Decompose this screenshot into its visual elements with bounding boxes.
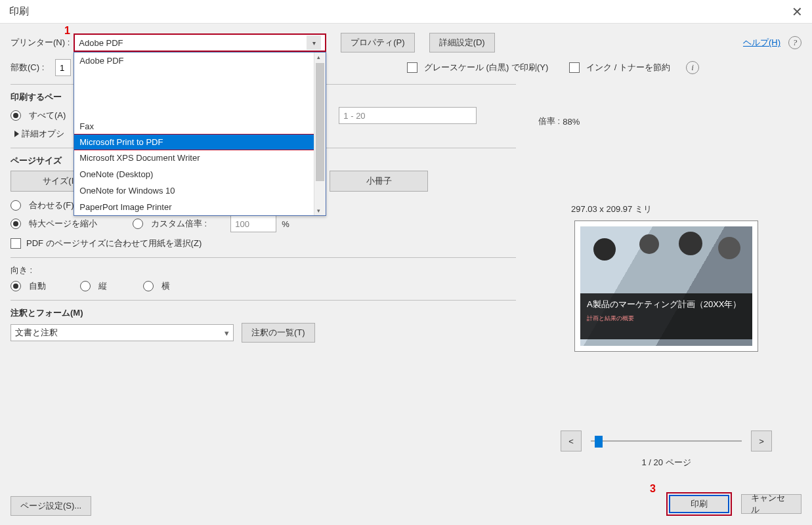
grayscale-checkbox[interactable] (407, 62, 417, 73)
shrink-label: 特大ページを縮小 (29, 218, 127, 230)
auto-label: 自動 (29, 280, 75, 292)
printer-option[interactable] (74, 102, 326, 118)
scale-label: 倍率 : (538, 116, 560, 127)
annotation-1: 1 (64, 25, 70, 37)
close-icon[interactable]: ✕ (792, 4, 803, 20)
portrait-label: 縦 (98, 280, 138, 292)
dimensions: 297.03 x 209.97 ミリ (571, 203, 794, 215)
printer-label: プリンター(N) : (11, 37, 70, 49)
page-info: 1 / 20 ページ (538, 457, 794, 469)
fit-radio[interactable] (11, 200, 21, 211)
copies-label: 部数(C) : (11, 62, 51, 74)
percent-label: % (282, 219, 289, 229)
custom-radio[interactable] (133, 219, 143, 229)
landscape-label: 横 (161, 280, 170, 292)
more-options[interactable]: 詳細オプシ (22, 128, 64, 140)
comments-value: 文書と注釈 (15, 327, 58, 339)
all-radio[interactable] (11, 110, 21, 121)
properties-button[interactable]: プロパティ(P) (341, 33, 414, 52)
cancel-button[interactable]: キャンセル (741, 494, 801, 514)
copies-input[interactable] (55, 59, 71, 76)
printer-option[interactable]: Fax (74, 118, 326, 135)
comments-heading: 注釈とフォーム(M) (11, 307, 516, 319)
landscape-radio[interactable] (143, 281, 154, 291)
printer-option[interactable]: Microsoft XPS Document Writer (74, 150, 326, 166)
next-page-button[interactable]: > (751, 430, 772, 452)
printer-combo[interactable]: Adobe PDF ▾ Adobe PDF Fax Microsoft Prin… (74, 33, 326, 52)
chevron-down-icon: ▾ (224, 328, 229, 338)
page-setup-button[interactable]: ページ設定(S)... (11, 496, 91, 516)
choose-paper-label: PDF のページサイズに合わせて用紙を選択(Z) (26, 238, 202, 249)
print-button[interactable]: 印刷 (666, 492, 732, 516)
choose-paper-checkbox[interactable] (11, 238, 21, 249)
custom-label: カスタム倍率 : (151, 218, 207, 230)
page-range-input[interactable] (339, 107, 477, 124)
custom-scale-input[interactable] (230, 215, 276, 232)
all-label: すべて(A) (29, 110, 66, 121)
printer-option[interactable] (74, 69, 326, 85)
printer-option[interactable]: Adobe PDF (74, 52, 326, 69)
window-title: 印刷 (9, 5, 29, 18)
grayscale-label: グレースケール (白黒) で印刷(Y) (424, 62, 548, 74)
prev-page-button[interactable]: < (561, 430, 582, 452)
expand-icon[interactable] (14, 131, 19, 137)
printer-option[interactable]: OneNote (Desktop) (74, 166, 326, 182)
printer-option[interactable] (74, 85, 326, 102)
printer-value: Adobe PDF (79, 38, 123, 48)
zoom-slider[interactable] (591, 434, 742, 448)
comments-combo[interactable]: 文書と注釈 ▾ (11, 324, 234, 341)
scale-value: 88% (563, 117, 580, 127)
auto-radio[interactable] (11, 281, 21, 291)
printer-dropdown: Adobe PDF Fax Microsoft Print to PDF Mic… (74, 52, 326, 216)
summarize-button[interactable]: 注釈の一覧(T) (242, 323, 315, 343)
chevron-down-icon[interactable]: ▾ (307, 35, 321, 50)
booklet-tab[interactable]: 小冊子 (330, 171, 428, 192)
preview: A製品のマーケティング計画（20XX年） 計画と結果の概要 (574, 220, 758, 352)
advanced-button[interactable]: 詳細設定(D) (429, 33, 495, 52)
printer-option-selected[interactable]: Microsoft Print to PDF (74, 134, 326, 150)
portrait-radio[interactable] (80, 281, 91, 291)
titlebar: 印刷 ✕ (0, 0, 812, 24)
slide-title: A製品のマーケティング計画（20XX年） (587, 299, 746, 310)
printer-option[interactable]: PaperPort Image Printer (74, 199, 326, 215)
scrollbar[interactable] (314, 52, 326, 215)
printer-option[interactable]: OneNote for Windows 10 (74, 182, 326, 199)
help-link[interactable]: ヘルプ(H) (743, 37, 780, 49)
slide-sub: 計画と結果の概要 (587, 314, 746, 323)
shrink-radio[interactable] (11, 219, 21, 229)
help-icon[interactable]: ? (788, 36, 801, 49)
orient-heading: 向き : (11, 264, 516, 276)
